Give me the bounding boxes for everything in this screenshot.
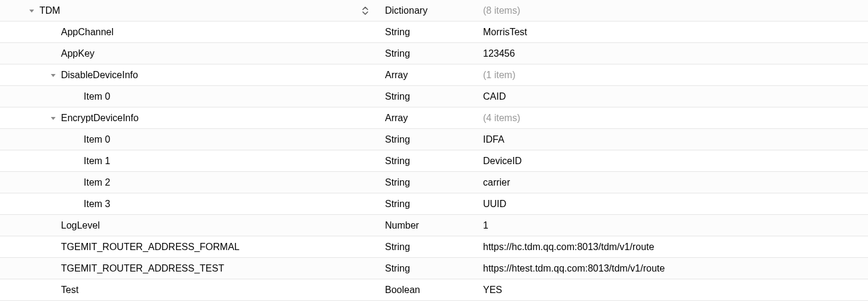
indent-spacer — [49, 286, 57, 294]
type-text: String — [385, 199, 410, 209]
type-text: String — [385, 242, 410, 252]
value-cell[interactable]: (4 items) — [478, 113, 868, 124]
plist-row[interactable]: Item 3StringUUID — [0, 193, 868, 215]
key-cell[interactable]: Item 3 — [0, 199, 380, 209]
plist-row[interactable]: TGEMIT_ROUTER_ADDRESS_TESTStringhttps://… — [0, 258, 868, 279]
value-cell[interactable]: (8 items) — [478, 5, 868, 16]
key-text: Item 1 — [84, 156, 110, 167]
indent-spacer — [49, 264, 57, 273]
value-cell[interactable]: IDFA — [478, 134, 868, 145]
value-cell[interactable]: CAID — [478, 91, 868, 102]
type-text: String — [385, 27, 410, 37]
type-cell[interactable]: String — [380, 263, 478, 274]
type-cell[interactable]: Array — [380, 113, 478, 124]
key-cell[interactable]: Test — [0, 285, 380, 295]
type-text: String — [385, 134, 410, 144]
value-cell[interactable]: MorrisTest — [478, 27, 868, 38]
value-text: (8 items) — [483, 5, 520, 16]
value-cell[interactable]: YES — [478, 285, 868, 295]
type-text: Boolean — [385, 285, 420, 295]
value-cell[interactable]: 1 — [478, 220, 868, 231]
plist-row[interactable]: TGEMIT_ROUTER_ADDRESS_FORMALStringhttps:… — [0, 236, 868, 258]
type-text: String — [385, 91, 410, 101]
type-cell[interactable]: String — [380, 27, 478, 38]
key-cell[interactable]: Item 0 — [0, 91, 380, 102]
plist-row[interactable]: AppChannelStringMorrisTest — [0, 21, 868, 43]
value-text: UUID — [483, 199, 506, 209]
disclosure-triangle-icon[interactable] — [49, 71, 57, 79]
key-cell[interactable]: Item 0 — [0, 134, 380, 145]
sort-arrows-icon[interactable] — [362, 7, 368, 15]
key-cell[interactable]: TDM — [0, 5, 380, 16]
key-cell[interactable]: DisableDeviceInfo — [0, 70, 380, 81]
type-text: String — [385, 177, 410, 187]
plist-row[interactable]: TestBooleanYES — [0, 279, 868, 301]
key-text: TGEMIT_ROUTER_ADDRESS_FORMAL — [61, 242, 240, 252]
indent-spacer — [49, 243, 57, 251]
value-cell[interactable]: https://hc.tdm.qq.com:8013/tdm/v1/route — [478, 242, 868, 252]
value-cell[interactable]: UUID — [478, 199, 868, 209]
type-cell[interactable]: Array — [380, 70, 478, 81]
indent-spacer — [49, 28, 57, 36]
plist-row[interactable]: EncryptDeviceInfoArray(4 items) — [0, 107, 868, 129]
type-text: String — [385, 263, 410, 273]
key-cell[interactable]: Item 2 — [0, 177, 380, 188]
indent-spacer — [72, 93, 80, 101]
type-cell[interactable]: Boolean — [380, 285, 478, 295]
key-cell[interactable]: AppChannel — [0, 27, 380, 38]
type-cell[interactable]: String — [380, 91, 478, 102]
key-cell[interactable]: TGEMIT_ROUTER_ADDRESS_FORMAL — [0, 242, 380, 252]
plist-row[interactable]: Item 0StringIDFA — [0, 129, 868, 150]
plist-row[interactable]: Item 0StringCAID — [0, 86, 868, 107]
type-cell[interactable]: Number — [380, 220, 478, 231]
type-cell[interactable]: String — [380, 199, 478, 209]
indent-spacer — [49, 221, 57, 230]
key-text: LogLevel — [61, 220, 100, 231]
key-text: AppChannel — [61, 27, 114, 38]
type-cell[interactable]: String — [380, 48, 478, 59]
key-text: Item 2 — [84, 177, 110, 188]
key-text: Item 0 — [84, 134, 110, 145]
value-text: (4 items) — [483, 113, 520, 123]
value-text: MorrisTest — [483, 27, 527, 37]
plist-row[interactable]: TDMDictionary(8 items) — [0, 0, 868, 21]
key-cell[interactable]: Item 1 — [0, 156, 380, 167]
value-text: 123456 — [483, 48, 515, 58]
plist-row[interactable]: LogLevelNumber1 — [0, 215, 868, 236]
key-cell[interactable]: AppKey — [0, 48, 380, 59]
indent-spacer — [49, 50, 57, 58]
key-cell[interactable]: TGEMIT_ROUTER_ADDRESS_TEST — [0, 263, 380, 274]
type-cell[interactable]: String — [380, 156, 478, 167]
plist-row[interactable]: AppKeyString123456 — [0, 43, 868, 64]
disclosure-triangle-icon[interactable] — [27, 7, 36, 15]
type-text: Dictionary — [385, 5, 427, 16]
value-cell[interactable]: https://htest.tdm.qq.com:8013/tdm/v1/rou… — [478, 263, 868, 274]
key-cell[interactable]: LogLevel — [0, 220, 380, 231]
key-cell[interactable]: EncryptDeviceInfo — [0, 113, 380, 124]
disclosure-triangle-icon[interactable] — [49, 114, 57, 122]
key-text: EncryptDeviceInfo — [61, 113, 139, 124]
plist-row[interactable]: Item 2Stringcarrier — [0, 172, 868, 193]
type-cell[interactable]: String — [380, 177, 478, 188]
type-cell[interactable]: Dictionary — [380, 5, 478, 16]
type-text: String — [385, 156, 410, 166]
plist-row[interactable]: DisableDeviceInfoArray(1 item) — [0, 64, 868, 86]
key-text: AppKey — [61, 48, 94, 59]
value-cell[interactable]: DeviceID — [478, 156, 868, 167]
value-text: YES — [483, 285, 502, 295]
value-text: https://hc.tdm.qq.com:8013/tdm/v1/route — [483, 242, 654, 252]
key-text: TGEMIT_ROUTER_ADDRESS_TEST — [61, 263, 224, 274]
value-text: IDFA — [483, 134, 505, 144]
value-text: 1 — [483, 220, 488, 230]
type-cell[interactable]: String — [380, 242, 478, 252]
type-text: String — [385, 48, 410, 58]
type-cell[interactable]: String — [380, 134, 478, 145]
plist-row[interactable]: Item 1StringDeviceID — [0, 150, 868, 172]
value-text: CAID — [483, 91, 506, 101]
value-text: carrier — [483, 177, 510, 187]
value-text: (1 item) — [483, 70, 515, 80]
indent-spacer — [72, 157, 80, 165]
value-cell[interactable]: 123456 — [478, 48, 868, 59]
value-cell[interactable]: carrier — [478, 177, 868, 188]
value-cell[interactable]: (1 item) — [478, 70, 868, 81]
